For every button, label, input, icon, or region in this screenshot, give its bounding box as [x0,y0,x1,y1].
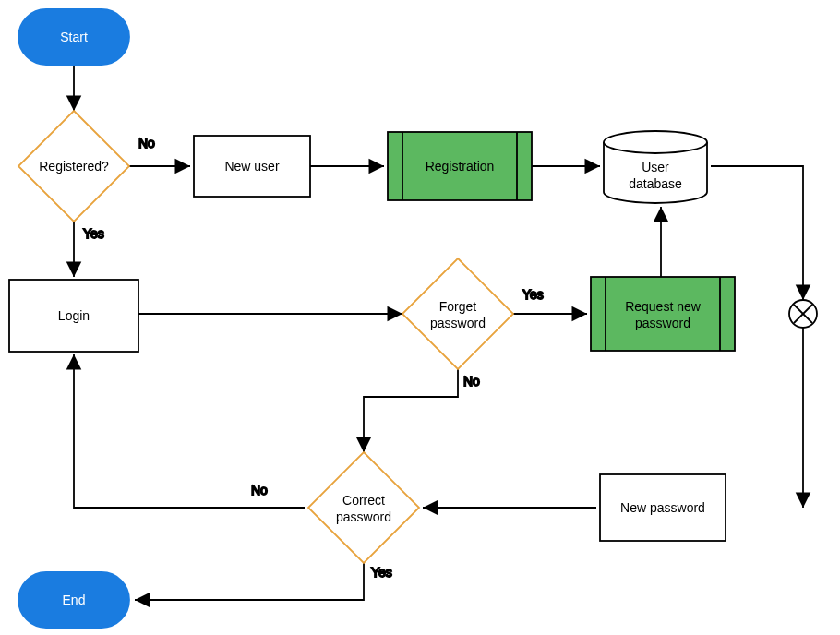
correct-password-decision: Correct password [308,452,419,563]
flowchart-diagram: No Yes Yes No No Yes Star [0,0,840,635]
login-node: Login [9,280,138,352]
request-label-2: password [635,316,690,330]
new-user-label: New user [224,159,279,174]
correct-label-2: password [336,509,391,524]
svg-marker-17 [308,452,419,563]
label-correct-yes: Yes [371,565,392,580]
edge-correct-to-end [135,563,364,600]
registration-label: Registration [426,159,495,174]
user-db-label-2: database [629,176,682,191]
request-label-1: Request new [625,299,702,314]
svg-rect-10 [591,277,735,351]
user-database-node: User database [604,131,707,203]
start-node: Start [18,9,129,65]
svg-point-7 [604,131,707,153]
label-forget-yes: Yes [522,287,544,302]
end-label: End [63,593,86,607]
start-label: Start [60,30,88,44]
label-correct-no: No [251,483,268,497]
forget-label-1: Forget [439,299,477,314]
new-password-label: New password [620,500,705,515]
label-forget-no: No [463,374,480,389]
request-password-node: Request new password [591,277,735,351]
registered-label: Registered? [39,159,109,174]
end-node: End [18,572,129,628]
login-label: Login [58,308,90,323]
forget-label-2: password [430,316,486,330]
edge-forget-to-correct [364,369,458,452]
forget-password-decision: Forget password [402,258,513,369]
label-registered-yes: Yes [83,226,104,241]
registered-decision: Registered? [18,111,129,222]
edge-correct-to-login [74,354,305,508]
registration-node: Registration [388,132,532,200]
new-password-node: New password [600,474,726,541]
correct-label-1: Correct [342,493,385,508]
xor-merge-node [789,300,817,328]
label-registered-no: No [138,136,155,150]
user-db-label-1: User [642,160,669,174]
new-user-node: New user [194,136,310,197]
svg-marker-9 [402,258,513,369]
